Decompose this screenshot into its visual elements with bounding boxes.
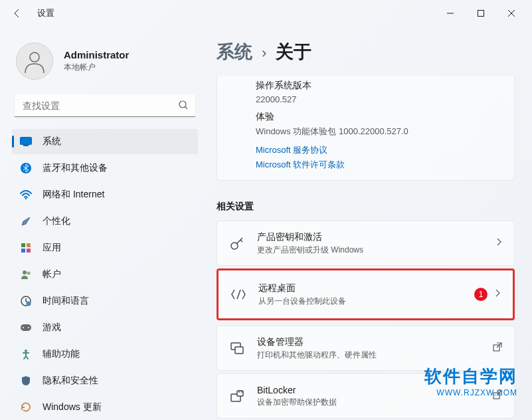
svg-rect-28	[237, 391, 243, 396]
user-type: 本地帐户	[64, 62, 129, 73]
brush-icon	[20, 215, 32, 227]
card-desc: 从另一台设备控制此设备	[258, 296, 474, 307]
svg-rect-8	[23, 145, 29, 146]
close-button[interactable]	[496, 3, 527, 24]
nav-label: 系统	[43, 136, 61, 148]
nav-label: 辅助功能	[43, 348, 80, 360]
svg-point-4	[30, 52, 39, 62]
chevron-right-icon	[495, 237, 502, 249]
back-arrow-icon	[12, 8, 23, 19]
clock-icon	[20, 295, 32, 307]
svg-rect-19	[21, 324, 31, 331]
search-input[interactable]	[15, 94, 195, 117]
os-version-label: 操作系统版本	[256, 80, 502, 92]
nav-label: 隐私和安全性	[43, 375, 98, 387]
nav-item-apps[interactable]: 应用	[12, 235, 198, 261]
card-remote-desktop[interactable]: 远程桌面 从另一台设备控制此设备 1	[217, 268, 515, 320]
nav-item-system[interactable]: 系统	[12, 129, 198, 154]
svg-rect-14	[27, 249, 31, 253]
license-terms-link[interactable]: Microsoft 软件许可条款	[256, 159, 502, 171]
nav-item-time-language[interactable]: 时间和语言	[12, 288, 198, 314]
shield-icon	[20, 375, 32, 387]
service-agreement-link[interactable]: Microsoft 服务协议	[256, 144, 502, 156]
os-version-value: 22000.527	[256, 94, 502, 104]
breadcrumb-current: 关于	[276, 40, 311, 64]
card-desc: 打印机和其他驱动程序、硬件属性	[257, 350, 493, 361]
svg-point-10	[25, 198, 27, 199]
back-button[interactable]	[5, 1, 29, 25]
annotation-badge: 1	[474, 288, 488, 301]
key-icon	[229, 235, 245, 251]
nav-label: 蓝牙和其他设备	[43, 162, 108, 174]
nav-label: Windows 更新	[43, 401, 102, 413]
nav-item-bluetooth[interactable]: 蓝牙和其他设备	[12, 156, 198, 181]
maximize-button[interactable]	[466, 3, 496, 24]
card-desc: 更改产品密钥或升级 Windows	[257, 245, 495, 256]
breadcrumb-separator: ›	[262, 45, 266, 62]
bitlocker-icon	[229, 388, 245, 404]
chevron-right-icon	[494, 288, 501, 300]
card-product-key[interactable]: 产品密钥和激活 更改产品密钥或升级 Windows	[217, 221, 515, 266]
svg-point-22	[25, 350, 27, 352]
svg-point-16	[27, 272, 31, 275]
nav-item-accounts[interactable]: 帐户	[12, 262, 198, 287]
user-info: Administrator 本地帐户	[64, 49, 129, 73]
experience-label: 体验	[256, 111, 502, 123]
svg-point-15	[23, 270, 27, 274]
sidebar: Administrator 本地帐户 系统 蓝牙和其他设备 网络和 Intern…	[0, 27, 206, 420]
nav-item-windows-update[interactable]: Windows 更新	[12, 395, 198, 420]
svg-rect-25	[235, 347, 243, 354]
main-content: 系统 › 关于 操作系统版本 22000.527 体验 Windows 功能体验…	[206, 27, 532, 420]
svg-point-20	[23, 327, 24, 328]
svg-line-6	[185, 107, 187, 109]
search-box	[15, 94, 195, 117]
user-icon	[21, 48, 48, 74]
svg-rect-7	[21, 138, 32, 145]
external-link-icon	[493, 390, 502, 402]
bluetooth-icon	[20, 162, 32, 174]
nav-label: 帐户	[43, 268, 61, 280]
card-device-manager[interactable]: 设备管理器 打印机和其他驱动程序、硬件属性	[217, 326, 515, 371]
device-manager-icon	[229, 340, 245, 356]
nav-item-gaming[interactable]: 游戏	[12, 315, 198, 340]
nav-label: 个性化	[43, 215, 70, 227]
svg-rect-1	[478, 11, 484, 17]
accessibility-icon	[20, 348, 32, 360]
svg-rect-12	[27, 243, 31, 247]
window-controls	[435, 3, 527, 24]
minimize-button[interactable]	[435, 3, 466, 24]
accounts-icon	[20, 268, 32, 280]
nav-item-accessibility[interactable]: 辅助功能	[12, 342, 198, 367]
nav-item-privacy[interactable]: 隐私和安全性	[12, 368, 198, 393]
svg-point-5	[179, 101, 186, 108]
breadcrumb-parent[interactable]: 系统	[217, 40, 252, 64]
nav-item-personalization[interactable]: 个性化	[12, 209, 198, 234]
remote-desktop-icon	[230, 286, 246, 302]
card-bitlocker[interactable]: BitLocker 设备加密帮助保护数据	[217, 373, 515, 419]
external-link-icon	[493, 342, 502, 354]
nav-list: 系统 蓝牙和其他设备 网络和 Internet 个性化 应用 帐户	[12, 129, 198, 420]
update-icon	[20, 401, 32, 413]
user-name: Administrator	[64, 49, 129, 60]
card-title: 远程桌面	[258, 282, 474, 294]
app-title: 设置	[37, 7, 54, 19]
svg-rect-13	[21, 249, 25, 253]
related-settings-title: 相关设置	[217, 201, 515, 213]
system-icon	[20, 136, 32, 148]
windows-spec-block: 操作系统版本 22000.527 体验 Windows 功能体验包 1000.2…	[217, 76, 515, 181]
search-icon	[178, 100, 189, 113]
nav-label: 时间和语言	[43, 295, 89, 307]
experience-value: Windows 功能体验包 1000.22000.527.0	[256, 126, 502, 138]
apps-icon	[20, 242, 32, 254]
nav-label: 网络和 Internet	[43, 189, 104, 201]
avatar	[16, 43, 53, 80]
user-section[interactable]: Administrator 本地帐户	[12, 40, 198, 94]
card-title: 设备管理器	[257, 336, 493, 348]
svg-point-21	[28, 327, 29, 328]
breadcrumb: 系统 › 关于	[217, 40, 515, 64]
nav-label: 游戏	[43, 322, 61, 334]
nav-item-network[interactable]: 网络和 Internet	[12, 182, 198, 207]
nav-label: 应用	[43, 242, 61, 254]
card-desc: 设备加密帮助保护数据	[257, 397, 493, 408]
titlebar: 设置	[0, 0, 532, 27]
